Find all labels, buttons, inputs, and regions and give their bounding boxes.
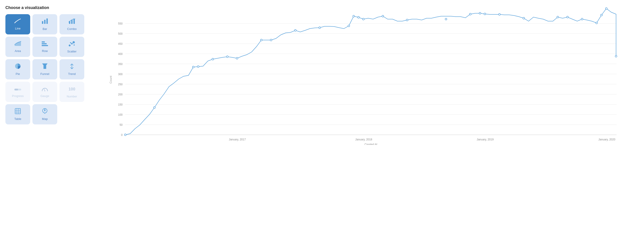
dot-21 xyxy=(499,13,500,15)
svg-rect-8 xyxy=(42,43,47,44)
svg-rect-5 xyxy=(74,19,75,24)
line-icon xyxy=(14,18,22,25)
row-icon xyxy=(41,41,48,48)
dot-2 xyxy=(192,66,194,68)
dot-12 xyxy=(353,15,355,17)
dot-6 xyxy=(236,57,238,59)
pie-icon xyxy=(15,63,21,71)
funnel-icon xyxy=(42,63,48,71)
svg-point-10 xyxy=(69,44,70,46)
progress-icon xyxy=(14,86,22,93)
viz-item-bar[interactable]: Bar xyxy=(32,14,57,34)
dot-19 xyxy=(479,12,481,14)
viz-label-funnel: Funnel xyxy=(40,72,49,76)
svg-rect-9 xyxy=(42,45,48,46)
dot-4 xyxy=(212,58,214,60)
x-label-jan2018: January, 2018 xyxy=(355,138,372,141)
dot-27 xyxy=(600,14,602,16)
y-tick-0: 0 xyxy=(121,133,122,137)
svg-point-11 xyxy=(71,43,73,44)
x-label-jan2019: January, 2019 xyxy=(476,138,494,141)
viz-item-map[interactable]: Map xyxy=(32,104,57,124)
dot-23 xyxy=(557,16,558,18)
chart-line-path xyxy=(125,8,616,135)
dot-22 xyxy=(523,17,524,19)
y-tick-450: 450 xyxy=(118,42,122,45)
dot-15 xyxy=(382,15,384,17)
svg-rect-0 xyxy=(42,21,43,24)
y-tick-500: 500 xyxy=(118,32,122,35)
viz-label-progress: Progress xyxy=(12,94,24,98)
y-tick-350: 350 xyxy=(118,62,122,66)
dot-1 xyxy=(154,107,155,108)
dot-16 xyxy=(406,19,408,21)
svg-marker-15 xyxy=(42,63,48,69)
viz-item-combo[interactable]: Combo xyxy=(60,14,84,34)
x-label-jan2017: January, 2017 xyxy=(229,138,246,141)
viz-label-scatter: Scatter xyxy=(67,50,76,53)
viz-item-progress[interactable]: Progress xyxy=(6,82,30,102)
viz-label-pie: Pie xyxy=(16,72,20,76)
viz-grid: Line Bar Combo xyxy=(6,14,89,124)
bar-icon xyxy=(41,18,48,26)
dot-5 xyxy=(226,56,228,58)
viz-item-area[interactable]: Area xyxy=(6,37,30,57)
dot-18 xyxy=(469,13,471,15)
dot-14 xyxy=(362,18,364,20)
dot-0 xyxy=(124,134,126,136)
scatter-icon xyxy=(68,40,76,48)
viz-label-table: Table xyxy=(14,117,21,121)
line-chart-svg: 0 50 100 150 200 250 300 350 400 450 500… xyxy=(94,5,638,145)
viz-item-trend[interactable]: Trend xyxy=(60,59,84,79)
dot-29 xyxy=(615,55,617,57)
dot-26 xyxy=(596,22,598,24)
viz-item-scatter[interactable]: Scatter xyxy=(60,37,84,57)
dot-11 xyxy=(348,25,350,27)
y-tick-50: 50 xyxy=(120,123,123,126)
panel-title: Choose a visualization xyxy=(6,5,89,10)
dot-3 xyxy=(198,66,199,67)
dot-28 xyxy=(606,8,607,9)
viz-label-map: Map xyxy=(42,117,48,121)
svg-point-20 xyxy=(44,90,45,91)
viz-label-bar: Bar xyxy=(42,27,47,31)
dot-20 xyxy=(484,13,486,15)
viz-label-area: Area xyxy=(15,49,21,53)
viz-label-gauge: Gauge xyxy=(40,94,49,98)
map-icon xyxy=(42,108,48,116)
viz-label-number: Number xyxy=(67,95,77,98)
combo-icon xyxy=(68,18,76,26)
dot-10 xyxy=(319,27,321,28)
number-icon: 100 xyxy=(68,85,76,93)
svg-point-12 xyxy=(70,42,71,43)
viz-label-combo: Combo xyxy=(67,27,76,31)
viz-item-funnel[interactable]: Funnel xyxy=(32,59,57,79)
svg-rect-18 xyxy=(14,89,18,90)
svg-text:100: 100 xyxy=(68,87,75,91)
svg-rect-1 xyxy=(44,20,46,24)
viz-item-gauge[interactable]: Gauge xyxy=(32,82,57,102)
viz-label-row: Row xyxy=(42,49,48,53)
visualization-panel: Choose a visualization Line Bar xyxy=(6,5,89,220)
viz-item-pie[interactable]: Pie xyxy=(6,59,30,79)
svg-rect-2 xyxy=(46,18,48,24)
x-axis-title: Created At xyxy=(364,143,378,145)
viz-item-row[interactable]: Row xyxy=(32,37,57,57)
y-tick-150: 150 xyxy=(118,103,122,106)
y-tick-300: 300 xyxy=(118,73,122,76)
area-icon xyxy=(14,41,22,48)
gauge-icon xyxy=(42,86,48,93)
svg-rect-4 xyxy=(71,20,72,24)
x-label-jan2020: January, 2020 xyxy=(598,138,615,141)
y-axis-title: Count xyxy=(109,76,112,83)
trend-icon xyxy=(68,63,76,71)
y-tick-100: 100 xyxy=(118,113,122,116)
viz-item-table[interactable]: Table xyxy=(6,104,30,124)
viz-label-trend: Trend xyxy=(68,72,76,76)
y-tick-550: 550 xyxy=(118,22,122,25)
svg-point-28 xyxy=(44,110,46,111)
dot-17 xyxy=(445,18,447,20)
viz-label-line: Line xyxy=(15,27,21,30)
viz-item-number[interactable]: 100 Number xyxy=(60,82,84,102)
viz-item-line[interactable]: Line xyxy=(6,14,30,34)
